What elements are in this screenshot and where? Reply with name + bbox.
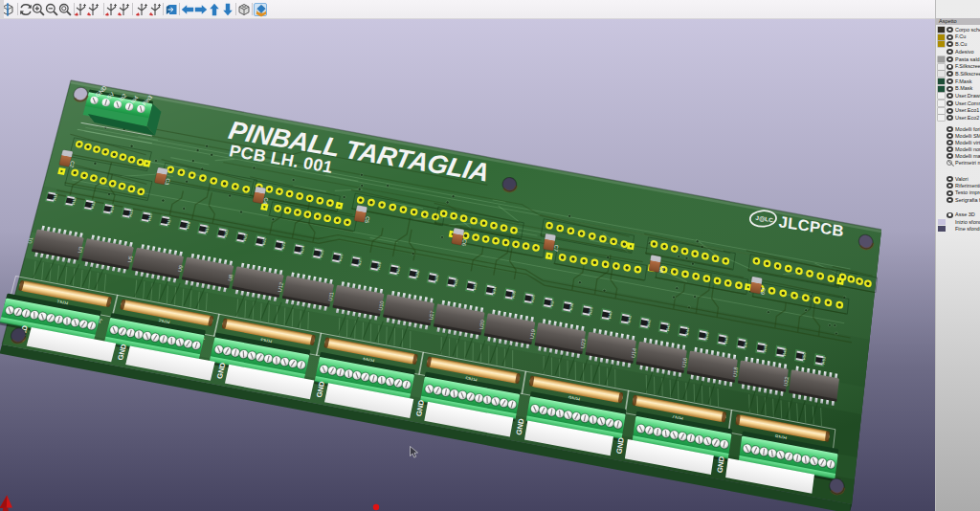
svg-text:C9: C9	[760, 287, 767, 295]
svg-text:C7: C7	[553, 244, 560, 252]
svg-text:U18: U18	[732, 367, 739, 377]
svg-text:C6: C6	[461, 239, 468, 247]
svg-text:U22: U22	[783, 376, 790, 387]
svg-text:C8: C8	[658, 266, 665, 274]
